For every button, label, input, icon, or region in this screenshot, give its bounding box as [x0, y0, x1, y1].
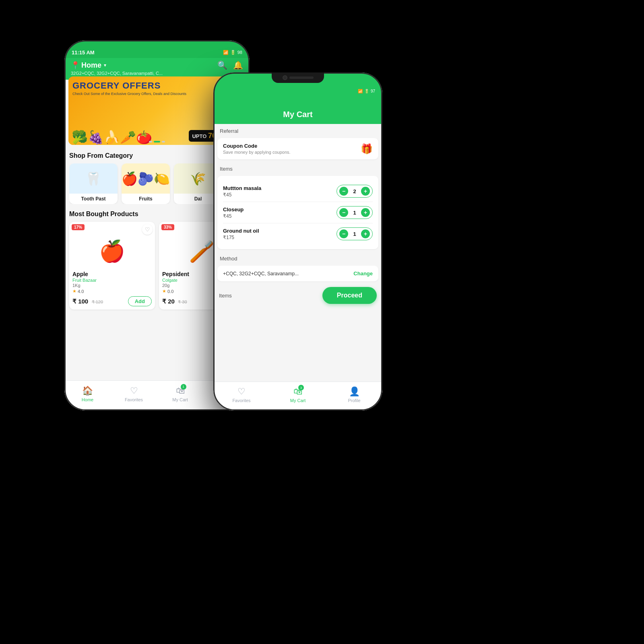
referral-label: Referral	[213, 124, 382, 136]
coupon-card[interactable]: Coupon Code Save money by applying coupo…	[217, 138, 378, 159]
category-toothpaste-label: Tooth Past	[69, 194, 118, 204]
apple-rating: ★ 4.0	[72, 289, 152, 294]
cart-profile-icon: 👤	[349, 386, 360, 397]
apple-add-button[interactable]: Add	[128, 296, 152, 306]
apple-weight: 1Kg	[72, 283, 152, 288]
location-label: Home	[81, 61, 101, 70]
camera-cart	[283, 75, 287, 80]
cart-fav-label: Favorites	[232, 398, 250, 403]
delivery-address-text: +CQC, 32G2+CQC, Saravanamp...	[223, 271, 299, 277]
home-nav-label: Home	[82, 397, 93, 402]
apple-price-area: ₹ 100 ₹ 120	[72, 298, 103, 305]
coupon-icon: 🎁	[361, 143, 373, 155]
star-icon: ★	[72, 289, 76, 294]
groundnut-decrease-btn[interactable]: −	[339, 229, 348, 238]
category-title: Shop From Category	[69, 152, 133, 159]
closeup-name: Closeup	[223, 206, 244, 213]
coupon-row: Coupon Code Save money by applying coupo…	[223, 143, 373, 155]
cart2-badge-dot: 3	[298, 385, 304, 390]
category-fruits-img: 🍎🫐🍋	[122, 163, 170, 194]
pepsodent-price-area: ₹ 20 ₹ 30	[162, 298, 187, 305]
category-toothpaste-img: 🦷	[69, 163, 118, 194]
category-toothpaste[interactable]: 🦷 Tooth Past	[69, 163, 118, 204]
category-fruits[interactable]: 🍎🫐🍋 Fruits	[122, 163, 170, 204]
cart-item-groundnut: Ground nut oil ₹175 − 1 +	[223, 223, 373, 244]
banner-dots	[149, 141, 165, 142]
groundnut-qty-control[interactable]: − 1 +	[336, 227, 373, 240]
proceed-button[interactable]: Proceed	[322, 287, 377, 304]
most-bought-title: Most Bought Products	[69, 211, 138, 218]
coupon-info: Coupon Code Save money by applying coupo…	[223, 143, 291, 155]
mutton-qty: 2	[351, 188, 358, 194]
pepsodent-orig-price: ₹ 30	[178, 299, 187, 304]
cart-item-closeup: Closeup ₹45 − 1 +	[223, 202, 373, 223]
cart-wifi-icon: 🔋	[364, 89, 369, 93]
pepsodent-price: ₹ 20	[162, 298, 175, 305]
signal-icon: 📶	[223, 50, 229, 55]
apple-discount-badge: 17%	[72, 224, 85, 230]
cart-items-card: Muttton masala ₹45 − 2 + Closeup	[217, 176, 378, 249]
nav-favorites[interactable]: ♡ Favorites	[111, 386, 157, 402]
delivery-label: Method	[213, 252, 382, 263]
nav-mycart[interactable]: 🛍 1 My Cart	[157, 386, 203, 402]
cart-title: My Cart	[283, 110, 312, 119]
closeup-qty-control[interactable]: − 1 +	[336, 206, 373, 219]
search-icon[interactable]: 🔍	[217, 60, 227, 70]
mutton-qty-control[interactable]: − 2 +	[336, 185, 373, 198]
pepsodent-discount-badge: 33%	[161, 224, 174, 230]
apple-rating-value: 4.0	[78, 289, 84, 294]
notch-cart	[272, 72, 324, 83]
apple-price: ₹ 100	[72, 298, 88, 305]
cart-profile-label: Profile	[348, 398, 360, 403]
closeup-info: Closeup ₹45	[223, 206, 244, 219]
banner-dot-1	[149, 141, 152, 142]
header-row: 📍 Home ▾ 🔍 🔔	[71, 60, 243, 70]
battery-text: 98	[237, 50, 242, 55]
closeup-decrease-btn[interactable]: −	[339, 208, 348, 217]
status-icons-home: 📶 🔋 98	[223, 50, 242, 55]
category-fruits-label: Fruits	[122, 194, 170, 204]
cart-nav-favorites[interactable]: ♡ Favorites	[213, 386, 270, 403]
cart-nav-profile[interactable]: 👤 Profile	[326, 386, 382, 403]
nav-home[interactable]: 🏠 Home	[64, 386, 111, 402]
bell-icon[interactable]: 🔔	[233, 60, 243, 70]
apple-orig-price: ₹ 120	[92, 299, 103, 304]
favorites-nav-icon: ♡	[130, 386, 138, 396]
coupon-subtitle: Save money by applying coupons.	[223, 150, 291, 155]
wifi-icon: 🔋	[230, 50, 236, 55]
cart-badge-container: 🛍 1	[176, 386, 185, 396]
proceed-area: Items Proceed	[213, 284, 382, 307]
cart-fav-icon: ♡	[237, 386, 246, 397]
apple-wishlist-btn[interactable]: ♡	[142, 224, 153, 235]
mutton-name: Muttton masala	[223, 185, 261, 191]
apple-image: 🍎	[72, 233, 152, 269]
cart-badge-dot: 1	[181, 384, 186, 390]
favorites-nav-label: Favorites	[125, 397, 143, 402]
apple-brand: Fruit Bazaar	[72, 278, 152, 283]
delivery-address-row: +CQC, 32G2+CQC, Saravanamp... Change	[223, 270, 373, 277]
home-header: 11:15 AM 📶 🔋 98 📍 Home ▾	[64, 40, 250, 72]
cart-content: Referral Coupon Code Save money by apply…	[213, 124, 382, 396]
groundnut-qty: 1	[351, 231, 358, 237]
delivery-section: +CQC, 32G2+CQC, Saravanamp... Change	[217, 266, 378, 281]
closeup-increase-btn[interactable]: +	[361, 208, 370, 217]
banner-dot-3	[162, 141, 165, 142]
mutton-info: Muttton masala ₹45	[223, 185, 261, 198]
items-section-label: Items	[213, 162, 382, 173]
mutton-increase-btn[interactable]: +	[361, 187, 370, 196]
phone-cart-screen: 📶 🔋 97 My Cart Referral Coupo	[213, 72, 382, 411]
cart-bottom-nav: ♡ Favorites 🛍 3 My Cart 👤 Profile	[213, 382, 382, 411]
mutton-decrease-btn[interactable]: −	[339, 187, 348, 196]
status-time: 11:15 AM	[72, 50, 95, 56]
banner-grocery-emoji: 🥦🍇🍌🥕🍅	[72, 130, 152, 145]
star-icon-2: ★	[162, 289, 166, 294]
change-address-btn[interactable]: Change	[353, 270, 373, 277]
address-text: 32G2+CQC, 32G2+CQC, Saravanampatti, C...	[71, 71, 243, 76]
groundnut-increase-btn[interactable]: +	[361, 229, 370, 238]
apple-price-row: ₹ 100 ₹ 120 Add	[72, 296, 152, 306]
status-bar-home: 11:15 AM 📶 🔋 98	[64, 47, 250, 58]
cart-nav-mycart[interactable]: 🛍 3 My Cart	[270, 386, 326, 403]
closeup-price: ₹45	[223, 213, 244, 219]
location-area[interactable]: 📍 Home ▾	[71, 61, 106, 70]
groundnut-price: ₹175	[223, 235, 259, 240]
